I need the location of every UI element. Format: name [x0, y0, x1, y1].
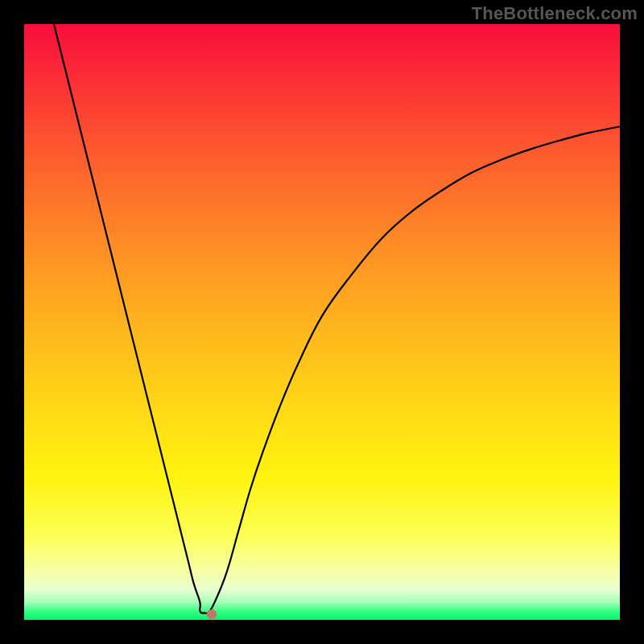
stage: TheBottleneck.com	[0, 0, 644, 644]
plot-area	[24, 24, 620, 620]
curve-path	[54, 24, 620, 613]
attribution-text: TheBottleneck.com	[472, 3, 638, 24]
curve-svg	[24, 24, 620, 620]
valley-marker	[207, 609, 217, 619]
